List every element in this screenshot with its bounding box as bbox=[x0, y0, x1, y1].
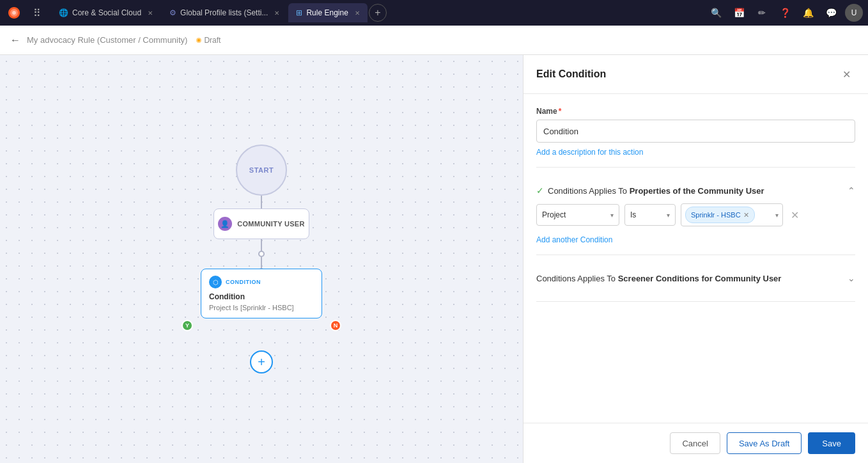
tab-profile-label: Global Profile lists (Setti... bbox=[180, 8, 268, 17]
section-properties-title-group: ✓ Conditions Applies To Properties of th… bbox=[536, 185, 764, 196]
topbar: ⠿ 🌐 Core & Social Cloud ✕ ⚙ Global Profi… bbox=[0, 0, 868, 26]
tab-rule-icon: ⊞ bbox=[296, 8, 302, 17]
checkmark-icon: ✓ bbox=[536, 185, 544, 196]
bell-icon[interactable]: 🔔 bbox=[799, 4, 817, 22]
tab-rule-close[interactable]: ✕ bbox=[355, 10, 360, 17]
draft-badge: Draft bbox=[196, 36, 221, 45]
node-condition-header: ⬡ CONDITION bbox=[209, 276, 314, 288]
name-label: Name* bbox=[536, 107, 855, 116]
condition-node-desc: Project Is [Sprinklr - HSBC] bbox=[209, 304, 314, 311]
tag-sprinklr-hsbc: Sprinklr - HSBC ✕ bbox=[685, 207, 755, 223]
flow-line-1 bbox=[261, 196, 262, 208]
node-condition[interactable]: ⬡ CONDITION Condition Project Is [Sprink… bbox=[201, 269, 322, 318]
tab-core-icon: 🌐 bbox=[59, 8, 68, 17]
flow-line-3: ▼ bbox=[261, 257, 262, 269]
flow-line-2 bbox=[261, 239, 262, 251]
save-draft-button[interactable]: Save As Draft bbox=[727, 432, 802, 454]
panel-title: Edit Condition bbox=[536, 68, 606, 80]
add-description-link[interactable]: Add a description for this action bbox=[536, 148, 643, 157]
chat-icon[interactable]: 💬 bbox=[822, 4, 840, 22]
panel-footer: Cancel Save As Draft Save bbox=[523, 423, 868, 463]
operator-chevron-icon: ▾ bbox=[667, 212, 670, 219]
divider-3 bbox=[536, 301, 855, 302]
section-screener-chevron[interactable]: ⌄ bbox=[848, 273, 855, 283]
tab-rule[interactable]: ⊞ Rule Engine ✕ bbox=[288, 3, 367, 22]
panel-close-button[interactable]: ✕ bbox=[837, 65, 855, 83]
community-label: COMMUNITY USER bbox=[237, 220, 304, 228]
start-label: START bbox=[249, 166, 274, 174]
panel-header: Edit Condition ✕ bbox=[523, 55, 868, 94]
branch-y-indicator: Y bbox=[182, 320, 193, 331]
draft-label: Draft bbox=[204, 36, 221, 45]
condition-row-0: Project ▾ Is ▾ Sprinklr - HSBC ✕ ▾ bbox=[536, 203, 855, 226]
cancel-button[interactable]: Cancel bbox=[670, 432, 720, 454]
tab-core[interactable]: 🌐 Core & Social Cloud ✕ bbox=[51, 3, 160, 22]
right-panel: Edit Condition ✕ Name* Add a description… bbox=[523, 55, 868, 463]
condition-operator-select[interactable]: Is ▾ bbox=[624, 204, 676, 226]
condition-row-delete[interactable]: ✕ bbox=[788, 209, 802, 221]
grid-icon[interactable]: ⠿ bbox=[28, 4, 46, 22]
condition-node-icon: ⬡ bbox=[209, 276, 222, 288]
add-tab-button[interactable]: + bbox=[369, 4, 387, 22]
field-chevron-icon: ▾ bbox=[610, 212, 614, 219]
tag-close-icon[interactable]: ✕ bbox=[743, 211, 749, 219]
divider-1 bbox=[536, 167, 855, 168]
topbar-actions: 🔍 📅 ✏ ❓ 🔔 💬 U bbox=[707, 4, 863, 22]
condition-section-properties: ✓ Conditions Applies To Properties of th… bbox=[536, 178, 855, 244]
tag-label: Sprinklr - HSBC bbox=[691, 211, 741, 219]
flow-container: START 👤 COMMUNITY USER ▼ bbox=[201, 145, 322, 373]
add-condition-link[interactable]: Add another Condition bbox=[536, 235, 612, 244]
add-node-button[interactable]: + bbox=[250, 350, 273, 373]
breadcrumb: My advocacy Rule (Customer / Community) bbox=[27, 35, 187, 45]
tab-bar: 🌐 Core & Social Cloud ✕ ⚙ Global Profile… bbox=[51, 3, 704, 22]
section-properties-title: Conditions Applies To Properties of the … bbox=[548, 186, 764, 196]
help-icon[interactable]: ❓ bbox=[776, 4, 794, 22]
branch-n-indicator: N bbox=[330, 320, 341, 331]
divider-2 bbox=[536, 255, 855, 255]
canvas: START 👤 COMMUNITY USER ▼ bbox=[0, 55, 523, 463]
condition-node-name: Condition bbox=[209, 292, 314, 301]
tab-core-label: Core & Social Cloud bbox=[72, 8, 141, 17]
flow-connector-1: ▼ bbox=[258, 239, 265, 269]
tab-core-close[interactable]: ✕ bbox=[148, 10, 153, 17]
condition-field-select[interactable]: Project ▾ bbox=[536, 204, 619, 226]
section-screener-header[interactable]: Conditions Applies To Screener Condition… bbox=[536, 265, 855, 291]
page-title: My advocacy Rule bbox=[27, 35, 95, 45]
search-icon[interactable]: 🔍 bbox=[707, 4, 725, 22]
section-screener-title-group: Conditions Applies To Screener Condition… bbox=[536, 274, 781, 283]
sprinklr-logo bbox=[5, 4, 23, 22]
draft-dot bbox=[196, 38, 201, 43]
panel-body: Name* Add a description for this action … bbox=[523, 94, 868, 423]
condition-section-screener: Conditions Applies To Screener Condition… bbox=[536, 265, 855, 291]
save-button[interactable]: Save bbox=[808, 432, 855, 454]
calendar-icon[interactable]: 📅 bbox=[730, 4, 748, 22]
tab-profile-close[interactable]: ✕ bbox=[274, 10, 279, 17]
condition-field-value: Project bbox=[542, 210, 566, 219]
condition-value-container[interactable]: Sprinklr - HSBC ✕ ▾ bbox=[681, 203, 783, 226]
node-condition-wrapper: ⬡ CONDITION Condition Project Is [Sprink… bbox=[201, 269, 322, 318]
tab-profile[interactable]: ⚙ Global Profile lists (Setti... ✕ bbox=[162, 3, 287, 22]
flow-circle bbox=[258, 251, 265, 257]
condition-operator-value: Is bbox=[630, 210, 636, 219]
tag-container-chevron: ▾ bbox=[775, 212, 779, 219]
subheader: ← My advocacy Rule (Customer / Community… bbox=[0, 26, 868, 55]
edit-icon[interactable]: ✏ bbox=[753, 4, 771, 22]
user-avatar[interactable]: U bbox=[845, 4, 863, 22]
name-input[interactable] bbox=[536, 120, 855, 143]
name-field-group: Name* Add a description for this action bbox=[536, 107, 855, 157]
required-indicator: * bbox=[559, 107, 562, 116]
tab-profile-icon: ⚙ bbox=[169, 8, 176, 17]
section-properties-header[interactable]: ✓ Conditions Applies To Properties of th… bbox=[536, 178, 855, 203]
node-start: START bbox=[236, 145, 287, 196]
section-properties-chevron[interactable]: ⌃ bbox=[848, 185, 855, 196]
community-icon: 👤 bbox=[218, 217, 232, 231]
tab-rule-label: Rule Engine bbox=[306, 8, 348, 17]
condition-type-label: CONDITION bbox=[226, 279, 261, 285]
page-subtitle: (Customer / Community) bbox=[97, 35, 188, 45]
section-screener-title: Conditions Applies To Screener Condition… bbox=[536, 274, 781, 283]
node-community[interactable]: 👤 COMMUNITY USER bbox=[213, 208, 309, 239]
main-layout: START 👤 COMMUNITY USER ▼ bbox=[0, 55, 868, 463]
back-button[interactable]: ← bbox=[10, 35, 20, 46]
